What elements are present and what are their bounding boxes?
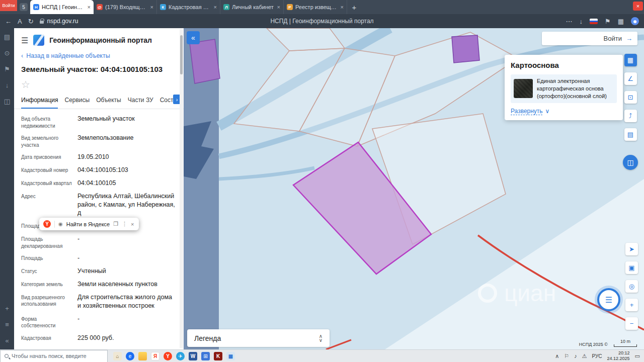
purple-parcel-left bbox=[190, 39, 220, 83]
select-frame-button[interactable]: ▣ bbox=[625, 261, 638, 274]
legend-bar[interactable]: Легенда ∧∨ bbox=[187, 329, 330, 347]
map-login-button[interactable]: Войти → bbox=[542, 32, 637, 45]
more-menu-icon[interactable]: ⋯ bbox=[566, 18, 573, 25]
tab-cadastre-map[interactable]: К Кадастровая карта Росси × bbox=[157, 0, 220, 14]
bookmarks-icon[interactable]: ⚑ bbox=[4, 65, 10, 73]
tab-close-icon[interactable]: × bbox=[150, 4, 153, 10]
panel-journal-icon[interactable]: ▤ bbox=[4, 33, 10, 41]
basemap-switch-button[interactable]: ◫ bbox=[623, 155, 638, 170]
url-field[interactable]: nspd.gov.ru bbox=[40, 18, 78, 25]
locate-button[interactable]: ➤ bbox=[625, 243, 638, 255]
telegram-icon[interactable]: ✈ bbox=[176, 352, 185, 360]
back-button[interactable]: ← bbox=[5, 18, 12, 25]
print-button[interactable]: ▤ bbox=[624, 128, 637, 141]
language-indicator[interactable]: РУС bbox=[592, 353, 602, 359]
table-row: Вид объекта недвижимости Земельный участ… bbox=[21, 115, 177, 129]
map-tools-bottom: ➤ ▣ ◎ + − bbox=[625, 243, 638, 330]
clock-time: 20:12 bbox=[607, 350, 630, 356]
purple-parcel-top bbox=[452, 35, 479, 63]
close-popup-icon[interactable]: × bbox=[131, 221, 134, 227]
word-icon[interactable]: W bbox=[189, 352, 197, 360]
portal-title: Геоинформационный портал bbox=[49, 36, 152, 44]
table-row: Вид разрешенного использования Для строи… bbox=[21, 293, 177, 310]
apps-grid-icon[interactable]: ⊞ bbox=[201, 352, 210, 360]
taskbar-search[interactable] bbox=[0, 350, 108, 362]
alert-icon[interactable]: ⚠ bbox=[582, 353, 587, 359]
nspd-favicon: Н bbox=[33, 4, 39, 10]
collapse-panel-icon[interactable]: « bbox=[5, 337, 9, 344]
search-input[interactable] bbox=[12, 353, 103, 359]
tab-close-icon[interactable]: × bbox=[214, 4, 217, 10]
share-button[interactable]: ⤴ bbox=[624, 110, 637, 122]
fullscreen-button[interactable]: ⊡ bbox=[624, 91, 637, 104]
zoom-in-button[interactable]: + bbox=[625, 299, 638, 311]
panel-scrollbar[interactable] bbox=[180, 29, 183, 348]
profile-avatar[interactable]: ☻ bbox=[631, 17, 639, 25]
basemap-layer-row[interactable]: Единая электронная картографическая осно… bbox=[511, 74, 617, 103]
history-icon[interactable]: ⊙ bbox=[5, 49, 10, 57]
new-tab-button[interactable]: + bbox=[347, 0, 361, 14]
basemap-expand-link[interactable]: Развернуть ∨ bbox=[511, 108, 617, 115]
browser-sync-login-button[interactable]: Войти bbox=[0, 0, 17, 11]
panel-settings-icon[interactable]: ≡ bbox=[5, 321, 9, 328]
reload-button[interactable]: ↻ bbox=[28, 18, 34, 25]
russian-flag-icon[interactable] bbox=[590, 19, 598, 24]
measure-button[interactable]: ∠ bbox=[624, 72, 637, 85]
find-in-yandex-button[interactable]: Найти в Яндексе bbox=[66, 221, 110, 227]
yandex-browser-icon[interactable]: Y bbox=[164, 352, 172, 360]
site-letter-icon[interactable]: А bbox=[18, 18, 22, 25]
file-explorer-icon[interactable] bbox=[138, 352, 147, 360]
chevron-down-icon: ∨ bbox=[545, 108, 550, 115]
edge-icon[interactable]: e bbox=[126, 352, 134, 360]
legend-toggle-icon[interactable]: ∧∨ bbox=[319, 334, 323, 342]
add-panel-icon[interactable]: + bbox=[5, 305, 9, 312]
popup-divider bbox=[54, 221, 55, 228]
hamburger-menu-icon[interactable]: ☰ bbox=[21, 36, 28, 45]
downloads-icon[interactable]: ↓ bbox=[580, 18, 583, 25]
search-area-button[interactable]: ◎ bbox=[625, 280, 638, 293]
photos-app-icon[interactable]: ▦ bbox=[226, 352, 235, 360]
collections-panel-icon[interactable]: ◫ bbox=[4, 98, 10, 105]
scale-bar-line bbox=[614, 344, 637, 347]
collections-icon[interactable]: ▦ bbox=[618, 18, 624, 25]
tab-personal-account[interactable]: Л Личный кабинет × bbox=[220, 0, 284, 14]
downloads-panel-icon[interactable]: ↓ bbox=[6, 81, 9, 89]
cadastre-favicon: К bbox=[160, 4, 166, 10]
tab-information[interactable]: Информация bbox=[21, 97, 58, 109]
zoom-out-button[interactable]: − bbox=[625, 317, 638, 330]
tab-nspd[interactable]: Н НСПД | Геоинформац × bbox=[30, 0, 94, 14]
tab-close-icon[interactable]: × bbox=[88, 4, 91, 10]
favorite-star-icon[interactable]: ☆ bbox=[14, 78, 184, 93]
chat-button[interactable]: ☰ bbox=[597, 288, 620, 311]
tray-expand-icon[interactable]: ∧ bbox=[555, 353, 559, 359]
volume-icon[interactable]: ♪ bbox=[574, 353, 577, 359]
copy-icon[interactable]: ❐ bbox=[113, 221, 118, 227]
tab-mail[interactable]: @ (179) Входящие - Почта М × bbox=[94, 0, 157, 14]
windows-taskbar: ⌂ e Я Y ✈ W ⊞ K ▦ ∧ ⚐ ♪ ⚠ РУС 20:12 24.1… bbox=[0, 349, 644, 362]
yandex-search-app-icon[interactable]: Я bbox=[151, 352, 159, 360]
gov-app-icon[interactable]: ⌂ bbox=[113, 352, 122, 360]
tab-close-icon[interactable]: × bbox=[341, 4, 344, 10]
bookmark-icon[interactable]: ⚑ bbox=[605, 18, 611, 25]
tab-services[interactable]: Сервисы bbox=[64, 97, 90, 109]
notification-center-icon[interactable]: ▭ bbox=[635, 353, 640, 359]
tab-registry[interactable]: Р Реестр извещений × bbox=[284, 0, 347, 14]
network-icon[interactable]: ⚐ bbox=[564, 353, 569, 359]
window-close-button[interactable]: × bbox=[633, 2, 643, 11]
tab-objects[interactable]: Объекты bbox=[96, 97, 121, 109]
back-to-results-link[interactable]: ‹ Назад в найденные объекты bbox=[14, 51, 184, 64]
scrollbar-thumb[interactable] bbox=[180, 35, 183, 74]
tab-counter[interactable]: 5 bbox=[17, 0, 30, 14]
kebab-menu-icon[interactable]: ⋮ bbox=[122, 221, 127, 227]
collapse-panel-button[interactable]: « bbox=[187, 31, 200, 44]
mail-favicon: @ bbox=[97, 4, 103, 10]
account-favicon: Л bbox=[223, 4, 229, 10]
clock-date: 24.12.2025 bbox=[607, 356, 630, 361]
layers-button[interactable]: ▦ bbox=[624, 54, 637, 66]
tab-parcel-parts[interactable]: Части ЗУ bbox=[128, 97, 153, 109]
map-canvas[interactable]: « Войти → Картооснова Единая электронная… bbox=[184, 28, 644, 349]
taskbar-clock[interactable]: 20:12 24.12.2025 bbox=[607, 350, 630, 361]
consultant-app-icon[interactable]: K bbox=[214, 352, 222, 360]
table-row: Форма собственности - bbox=[21, 315, 177, 329]
tab-close-icon[interactable]: × bbox=[277, 4, 280, 10]
